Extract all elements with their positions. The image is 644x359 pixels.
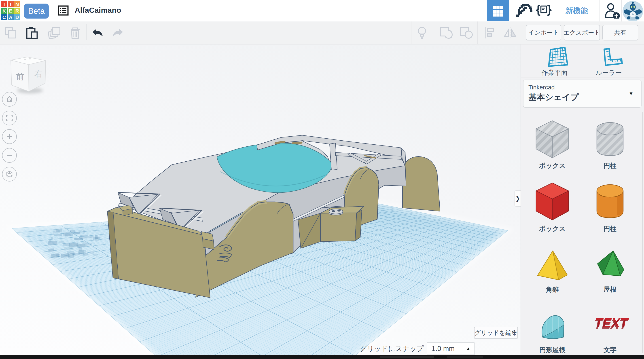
- svg-text:A: A: [9, 14, 12, 20]
- svg-text:C: C: [2, 14, 6, 20]
- svg-text:}: }: [547, 3, 552, 16]
- svg-text:{: {: [536, 3, 540, 16]
- svg-text:I: I: [10, 2, 12, 7]
- svg-text:T: T: [3, 2, 6, 7]
- svg-text:TEXT: TEXT: [594, 317, 628, 331]
- svg-text:D: D: [16, 14, 19, 20]
- svg-text:前: 前: [16, 72, 24, 81]
- svg-text:右: 右: [34, 69, 42, 78]
- svg-text:R: R: [16, 8, 19, 14]
- svg-text:N: N: [16, 2, 19, 7]
- svg-text:K: K: [2, 8, 6, 14]
- svg-text:E: E: [9, 8, 12, 14]
